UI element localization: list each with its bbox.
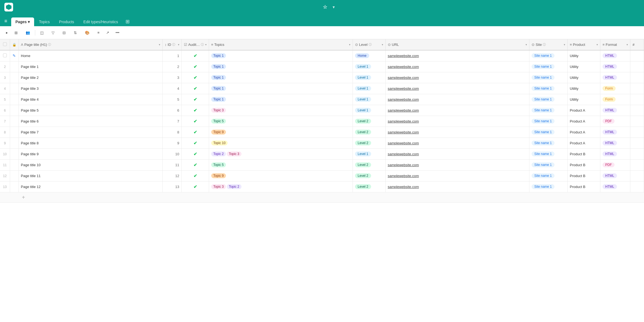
cell-audit[interactable]: ✔ xyxy=(181,105,209,116)
cell-product[interactable]: Utility xyxy=(568,94,600,105)
col-sort-icon[interactable]: ▾ xyxy=(159,43,160,46)
url-link[interactable]: samplewebsite.com xyxy=(388,163,419,167)
cell-level[interactable]: Level 2 xyxy=(353,116,385,127)
cell-url[interactable]: samplewebsite.com xyxy=(385,159,529,170)
cell-site[interactable]: Site name 1 xyxy=(529,50,568,61)
topic-badge[interactable]: Topic 3 xyxy=(211,108,226,113)
more-button[interactable]: ••• xyxy=(113,29,122,36)
cell-format[interactable]: Form xyxy=(600,94,630,105)
url-link[interactable]: samplewebsite.com xyxy=(388,141,419,145)
cell-product[interactable]: Utility xyxy=(568,72,600,83)
cell-format[interactable]: HTML xyxy=(600,105,630,116)
hide-fields-button[interactable]: ◫ xyxy=(37,29,48,37)
th-url[interactable]: ⊙ URL ▾ xyxy=(385,39,529,50)
topic-badge[interactable]: Topic 9 xyxy=(211,130,226,135)
col-url-sort-icon[interactable]: ▾ xyxy=(526,43,527,46)
cell-level[interactable]: Home xyxy=(353,50,385,61)
cell-level[interactable]: Level 2 xyxy=(353,127,385,138)
cell-format[interactable]: Form xyxy=(600,83,630,94)
col-topics-sort-icon[interactable]: ▾ xyxy=(349,43,350,46)
cell-audit[interactable]: ✔ xyxy=(181,94,209,105)
cell-page-title[interactable]: Page title 1 xyxy=(19,61,162,72)
cell-topics[interactable]: Topic 1 xyxy=(209,72,353,83)
cell-page-title[interactable]: Page title 7 xyxy=(19,127,162,138)
topic-badge[interactable]: Topic 1 xyxy=(211,53,226,58)
star-icon[interactable]: ☆ xyxy=(323,4,327,10)
cell-url[interactable]: samplewebsite.com xyxy=(385,61,529,72)
url-link[interactable]: samplewebsite.com xyxy=(388,54,419,58)
col-info-icon[interactable]: ⓘ xyxy=(48,43,51,47)
cell-format[interactable]: HTML xyxy=(600,148,630,159)
topic-badge[interactable]: Topic 3 xyxy=(227,151,241,156)
cell-level[interactable]: Level 1 xyxy=(353,148,385,159)
cell-product[interactable]: Product A xyxy=(568,116,600,127)
cell-page-title[interactable]: Page title 4 xyxy=(19,94,162,105)
col-audit-info-icon[interactable]: ⓘ xyxy=(201,43,204,47)
url-link[interactable]: samplewebsite.com xyxy=(388,174,419,178)
url-link[interactable]: samplewebsite.com xyxy=(388,152,419,156)
cell-level[interactable]: Level 1 xyxy=(353,105,385,116)
grid-view-button[interactable]: ⊞ xyxy=(12,29,22,37)
row-height-button[interactable]: ≡ xyxy=(95,29,102,36)
cell-page-title[interactable]: Page title 10 xyxy=(19,159,162,170)
th-id[interactable]: ↕ ID ⓘ ▾ xyxy=(162,39,181,50)
cell-audit[interactable]: ✔ xyxy=(181,170,209,181)
topic-badge[interactable]: Topic 1 xyxy=(211,64,226,69)
cell-level[interactable]: Level 1 xyxy=(353,72,385,83)
cell-page-title[interactable]: Page title 3 xyxy=(19,83,162,94)
cell-url[interactable]: samplewebsite.com xyxy=(385,170,529,181)
cell-format[interactable]: PDF xyxy=(600,116,630,127)
cell-level[interactable]: Level 2 xyxy=(353,159,385,170)
cell-audit[interactable]: ✔ xyxy=(181,181,209,192)
cell-page-title[interactable]: Page title 2 xyxy=(19,72,162,83)
cell-url[interactable]: samplewebsite.com xyxy=(385,148,529,159)
cell-site[interactable]: Site name 1 xyxy=(529,170,568,181)
th-level[interactable]: ⊙ Level ⓘ ▾ xyxy=(353,39,385,50)
cell-topics[interactable]: Topic 3Topic 2 xyxy=(209,181,353,192)
cell-topics[interactable]: Topic 3 xyxy=(209,105,353,116)
cell-product[interactable]: Product A xyxy=(568,138,600,148)
cell-site[interactable]: Site name 1 xyxy=(529,72,568,83)
cell-site[interactable]: Site name 1 xyxy=(529,105,568,116)
cell-format[interactable]: HTML xyxy=(600,61,630,72)
url-link[interactable]: samplewebsite.com xyxy=(388,87,419,91)
cell-format[interactable]: HTML xyxy=(600,138,630,148)
color-button[interactable]: 🎨 xyxy=(82,29,94,37)
cell-product[interactable]: Utility xyxy=(568,83,600,94)
cell-audit[interactable]: ✔ xyxy=(181,61,209,72)
cell-level[interactable]: Level 2 xyxy=(353,181,385,192)
cell-audit[interactable]: ✔ xyxy=(181,50,209,61)
cell-url[interactable]: samplewebsite.com xyxy=(385,127,529,138)
cell-page-title[interactable]: Home xyxy=(19,50,162,61)
cell-page-title[interactable]: Page title 9 xyxy=(19,148,162,159)
cell-page-title[interactable]: Page title 8 xyxy=(19,138,162,148)
cell-topics[interactable]: Topic 1 xyxy=(209,50,353,61)
cell-format[interactable]: PDF xyxy=(600,159,630,170)
col-id-sort-icon[interactable]: ▾ xyxy=(178,43,179,46)
topic-badge[interactable]: Topic 5 xyxy=(211,162,226,167)
cell-page-title[interactable]: Page title 11 xyxy=(19,170,162,181)
cell-format[interactable]: HTML xyxy=(600,181,630,192)
cell-topics[interactable]: Topic 5 xyxy=(209,159,353,170)
collapse-button[interactable]: ▸ xyxy=(3,29,11,36)
cell-site[interactable]: Site name 1 xyxy=(529,138,568,148)
topic-badge[interactable]: Topic 2 xyxy=(211,151,226,156)
cell-url[interactable]: samplewebsite.com xyxy=(385,138,529,148)
title-caret-icon[interactable]: ▾ xyxy=(333,5,335,9)
cell-format[interactable]: HTML xyxy=(600,127,630,138)
th-product[interactable]: ≡ Product ▾ xyxy=(568,39,600,50)
col-site-info-icon[interactable]: ⓘ xyxy=(543,43,546,47)
cell-topics[interactable]: Topic 5 xyxy=(209,116,353,127)
cell-audit[interactable]: ✔ xyxy=(181,72,209,83)
url-link[interactable]: samplewebsite.com xyxy=(388,97,419,102)
cell-product[interactable]: Utility xyxy=(568,50,600,61)
col-product-sort-icon[interactable]: ▾ xyxy=(597,43,598,46)
col-site-sort-icon[interactable]: ▾ xyxy=(564,43,565,46)
cell-product[interactable]: Utility xyxy=(568,61,600,72)
cell-page-title[interactable]: Page title 6 xyxy=(19,116,162,127)
cell-topics[interactable]: Topic 10 xyxy=(209,138,353,148)
url-link[interactable]: samplewebsite.com xyxy=(388,65,419,69)
cell-audit[interactable]: ✔ xyxy=(181,83,209,94)
cell-site[interactable]: Site name 1 xyxy=(529,148,568,159)
url-link[interactable]: samplewebsite.com xyxy=(388,108,419,112)
